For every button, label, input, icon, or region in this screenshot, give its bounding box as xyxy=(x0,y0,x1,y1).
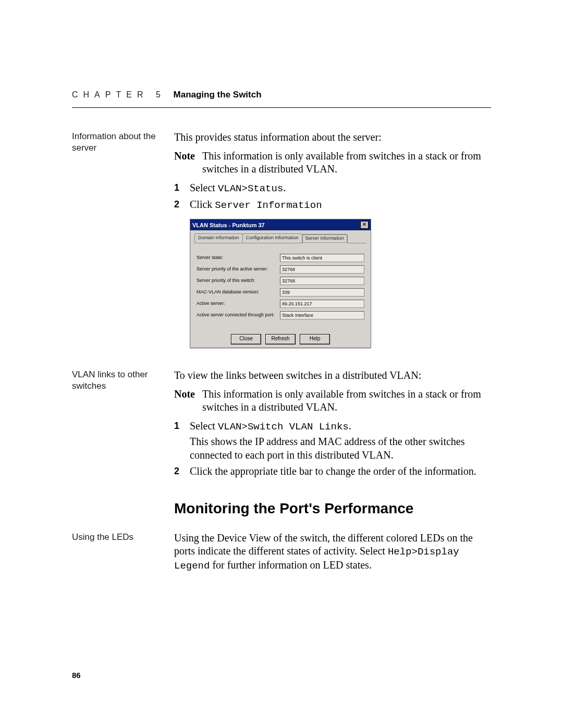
field-active-server: Active server: 89.20.151.217 xyxy=(197,300,364,308)
label-db-version: MAC-VLAN database version: xyxy=(197,289,280,295)
section-vlan-links: VLAN links to other switches To view the… xyxy=(72,369,491,532)
field-db-version: MAC-VLAN database version: 339 xyxy=(197,288,364,297)
step-2: Click Server Information xyxy=(174,198,491,212)
margin-note-vlan-links: VLAN links to other switches xyxy=(72,369,174,532)
running-header: CHAPTER 5 Managing the Switch xyxy=(72,90,491,108)
server-info-intro: This provides status information about t… xyxy=(174,131,491,144)
chapter-title: Managing the Switch xyxy=(174,90,262,100)
field-priority-this: Server priority of this switch: 32768 xyxy=(197,277,364,285)
note-row-vlan: Note This information is only available … xyxy=(174,388,491,414)
field-server-state: Server state: This switch is client xyxy=(197,254,364,262)
dialog-title: VLAN Status - Punktum 37 xyxy=(192,221,265,229)
using-leds-text: Using the Device View of the switch, the… xyxy=(174,532,491,572)
section-server-info: Information about the server This provid… xyxy=(72,131,491,369)
value-db-version: 339 xyxy=(280,288,364,297)
label-active-server: Active server: xyxy=(197,301,280,307)
note-label-vlan: Note xyxy=(174,388,195,414)
vlan-step1-suffix: . xyxy=(349,420,351,431)
value-priority-active: 32768 xyxy=(280,265,364,274)
value-server-state: This switch is client xyxy=(280,254,364,262)
close-icon[interactable]: × xyxy=(360,221,369,229)
vlan-step-1: Select VLAN>Switch VLAN Links. This show… xyxy=(174,419,491,462)
vlan-step1-prefix: Select xyxy=(190,420,218,431)
vlan-step-2: Click the appropriate title bar to chang… xyxy=(174,465,491,478)
leds-text-part2: for further information on LED states. xyxy=(210,559,371,571)
label-server-state: Server state: xyxy=(197,255,280,261)
note-text-vlan: This information is only available from … xyxy=(202,388,491,414)
close-button[interactable]: Close xyxy=(231,334,261,344)
note-text: This information is only available from … xyxy=(202,150,491,176)
tabs: Domain Information Configuration Informa… xyxy=(194,233,366,243)
value-active-server: 89.20.151.217 xyxy=(280,300,364,308)
step-1: Select VLAN>Status. xyxy=(174,181,491,195)
label-priority-active: Server priority of the active server: xyxy=(197,266,280,273)
step1-prefix: Select xyxy=(190,182,218,193)
label-connected-port: Active server connected through port: xyxy=(197,312,280,318)
figure-vlan-status-dialog: VLAN Status - Punktum 37 × Domain Inform… xyxy=(174,219,491,348)
note-label: Note xyxy=(174,150,195,176)
dialog-titlebar: VLAN Status - Punktum 37 × xyxy=(190,219,371,230)
section-using-leds: Using the LEDs Using the Device View of … xyxy=(72,532,491,577)
dialog-body: Domain Information Configuration Informa… xyxy=(190,230,371,331)
step2-code: Server Information xyxy=(215,200,322,211)
step2-prefix: Click xyxy=(190,199,215,210)
value-priority-this: 32768 xyxy=(280,277,364,285)
step1-code: VLAN>Status xyxy=(218,183,283,194)
vlan-status-dialog: VLAN Status - Punktum 37 × Domain Inform… xyxy=(190,219,371,348)
vlan-links-intro: To view the links between switches in a … xyxy=(174,369,491,382)
body-server-info: This provides status information about t… xyxy=(174,131,491,369)
steps-vlan-links: Select VLAN>Switch VLAN Links. This show… xyxy=(174,419,491,478)
vlan-step2-text: Click the appropriate title bar to chang… xyxy=(190,465,491,478)
margin-note-server-info: Information about the server xyxy=(72,131,174,369)
steps-server-info: Select VLAN>Status. Click Server Informa… xyxy=(174,181,491,212)
help-button[interactable]: Help xyxy=(300,334,330,344)
vlan-step1-code: VLAN>Switch VLAN Links xyxy=(218,421,349,433)
vlan-step1-body2: This shows the IP address and MAC addres… xyxy=(190,435,491,462)
dialog-buttons: Close Refresh Help xyxy=(190,331,371,346)
tab-domain-information[interactable]: Domain Information xyxy=(194,233,243,243)
manual-page: CHAPTER 5 Managing the Switch Informatio… xyxy=(0,0,563,728)
refresh-button[interactable]: Refresh xyxy=(265,334,296,344)
field-connected-port: Active server connected through port: St… xyxy=(197,311,364,319)
heading-monitoring-port-performance: Monitoring the Port's Performance xyxy=(174,499,491,518)
body-vlan-links: To view the links between switches in a … xyxy=(174,369,491,532)
step1-suffix: . xyxy=(283,182,286,193)
note-row: Note This information is only available … xyxy=(174,150,491,176)
margin-note-using-leds: Using the LEDs xyxy=(72,532,174,577)
body-using-leds: Using the Device View of the switch, the… xyxy=(174,532,491,577)
value-connected-port: Stack Interface xyxy=(280,311,364,319)
label-priority-this: Server priority of this switch: xyxy=(197,278,280,284)
field-priority-active: Server priority of the active server: 32… xyxy=(197,265,364,274)
page-number: 86 xyxy=(72,671,81,680)
chapter-label: CHAPTER 5 xyxy=(72,90,166,99)
tab-server-information[interactable]: Server Information xyxy=(302,234,348,243)
tab-configuration-information[interactable]: Configuration Information xyxy=(242,233,302,243)
